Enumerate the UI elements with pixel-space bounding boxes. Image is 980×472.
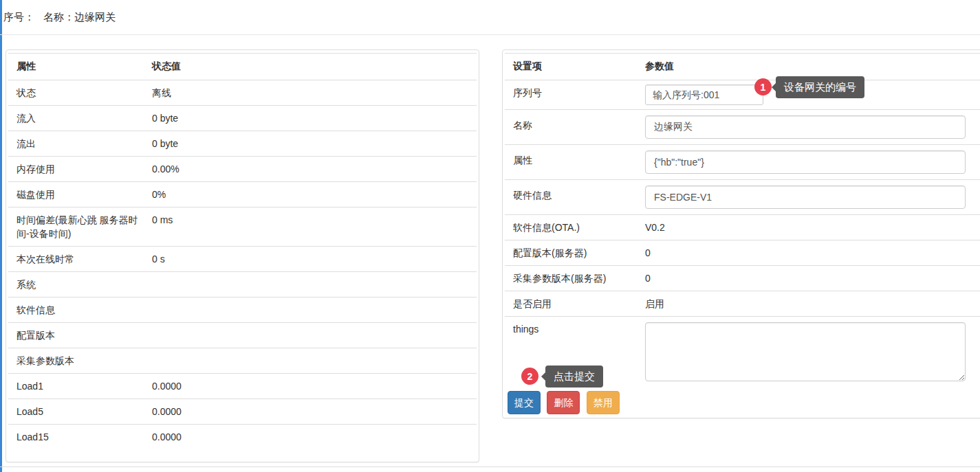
row-value: 0.0000 <box>152 399 477 425</box>
table-row: 状态离线 <box>8 80 477 106</box>
table-row: 是否启用启用 <box>505 291 980 317</box>
serial-number-label: 序号： <box>3 11 34 24</box>
row-value <box>152 323 477 348</box>
row-value <box>152 272 477 297</box>
things-textarea[interactable] <box>645 322 966 381</box>
step-1-badge: 1 <box>754 78 772 95</box>
row-value: 0 s <box>152 247 477 272</box>
row-value: 0 ms <box>152 207 477 247</box>
row-value: 0.0000 <box>152 425 477 450</box>
submit-button[interactable]: 提交 <box>508 391 541 414</box>
table-row: 系统 <box>8 272 477 297</box>
table-row: 流入0 byte <box>8 106 477 131</box>
serial-number-tooltip: 设备网关的编号 <box>776 76 864 98</box>
settings-table: 设置项 参数值 序列号 名称 属性 <box>505 53 980 387</box>
bottom-divider <box>0 467 980 467</box>
attribute-row: 属性 <box>505 145 980 180</box>
submit-tooltip: 点击提交 <box>545 366 603 387</box>
table-row: 软件信息(OTA.)V0.2 <box>505 215 980 240</box>
row-label: 本次在线时常 <box>8 247 152 272</box>
row-label: 系统 <box>8 272 152 297</box>
status-table-header-row: 属性 状态值 <box>8 54 477 80</box>
row-label: 流入 <box>8 106 152 131</box>
row-value <box>152 297 477 323</box>
row-label: 状态 <box>8 80 152 106</box>
row-label: 采集参数版本(服务器) <box>505 266 645 291</box>
name-field-label: 名称 <box>505 110 645 145</box>
row-value: 0% <box>152 182 477 207</box>
row-value: 启用 <box>645 291 980 317</box>
attribute-input[interactable] <box>645 150 966 174</box>
table-row: Load10.0000 <box>8 374 477 399</box>
left-accent-bar <box>0 0 2 472</box>
status-table-body: 状态离线流入0 byte流出0 byte内存使用0.00%磁盘使用0%时间偏差(… <box>8 80 477 450</box>
row-label: 软件信息 <box>8 297 152 323</box>
row-value: 离线 <box>152 80 477 106</box>
form-actions: 提交 删除 禁用 <box>508 391 980 414</box>
status-header-attribute: 属性 <box>8 54 152 80</box>
disable-button[interactable]: 禁用 <box>587 391 620 414</box>
row-label: 配置版本(服务器) <box>505 240 645 266</box>
status-header-value: 状态值 <box>152 54 477 80</box>
row-label: 内存使用 <box>8 157 152 182</box>
device-name-label: 名称： <box>43 11 74 24</box>
row-value: 0.00% <box>152 157 477 182</box>
status-panel: 属性 状态值 状态离线流入0 byte流出0 byte内存使用0.00%磁盘使用… <box>6 49 479 462</box>
row-value: 0 <box>645 240 980 266</box>
table-row: 时间偏差(最新心跳 服务器时间-设备时间)0 ms <box>8 207 477 247</box>
table-row: 内存使用0.00% <box>8 157 477 182</box>
device-name-value: 边缘网关 <box>74 11 116 24</box>
status-table: 属性 状态值 状态离线流入0 byte流出0 byte内存使用0.00%磁盘使用… <box>8 53 477 449</box>
table-row: 采集参数版本(服务器)0 <box>505 266 980 291</box>
table-row: Load150.0000 <box>8 425 477 450</box>
row-value <box>152 348 477 374</box>
header-divider <box>0 34 980 35</box>
table-row: 采集参数版本 <box>8 348 477 374</box>
row-value: 0 byte <box>152 106 477 131</box>
table-row: 配置版本(服务器)0 <box>505 240 980 266</box>
row-value: 0 byte <box>152 131 477 157</box>
hardware-info-input[interactable] <box>645 186 966 209</box>
page-title: 序号： 名称： 边缘网关 <box>3 0 116 34</box>
delete-button[interactable]: 删除 <box>547 391 580 414</box>
settings-readonly-rows: 软件信息(OTA.)V0.2配置版本(服务器)0采集参数版本(服务器)0是否启用… <box>505 215 980 317</box>
table-row: 流出0 byte <box>8 131 477 157</box>
row-value: 0 <box>645 266 980 291</box>
serial-number-row: 序列号 <box>505 80 980 110</box>
row-value: 0.0000 <box>152 374 477 399</box>
step-2-badge: 2 <box>521 368 538 385</box>
row-label: 配置版本 <box>8 323 152 348</box>
table-row: 软件信息 <box>8 297 477 323</box>
table-row: 本次在线时常0 s <box>8 247 477 272</box>
settings-table-header-row: 设置项 参数值 <box>505 54 980 80</box>
name-row: 名称 <box>505 110 980 145</box>
row-label: 时间偏差(最新心跳 服务器时间-设备时间) <box>8 207 152 247</box>
row-label: 流出 <box>8 131 152 157</box>
row-label: 是否启用 <box>505 291 645 317</box>
name-input[interactable] <box>645 115 966 139</box>
table-row: 配置版本 <box>8 323 477 348</box>
serial-number-input[interactable] <box>645 85 763 105</box>
row-label: 采集参数版本 <box>8 348 152 374</box>
row-label: 软件信息(OTA.) <box>505 215 645 240</box>
settings-header-item: 设置项 <box>505 54 645 80</box>
settings-panel: 设置项 参数值 序列号 名称 属性 <box>502 49 980 418</box>
attribute-field-label: 属性 <box>505 145 645 180</box>
table-row: Load50.0000 <box>8 399 477 425</box>
table-row: 磁盘使用0% <box>8 182 477 207</box>
row-label: Load15 <box>8 425 152 450</box>
serial-number-field-label: 序列号 <box>505 80 645 110</box>
row-label: Load1 <box>8 374 152 399</box>
row-label: 磁盘使用 <box>8 182 152 207</box>
hardware-info-field-label: 硬件信息 <box>505 180 645 215</box>
row-value: V0.2 <box>645 215 980 240</box>
row-label: Load5 <box>8 399 152 425</box>
hardware-info-row: 硬件信息 <box>505 180 980 215</box>
